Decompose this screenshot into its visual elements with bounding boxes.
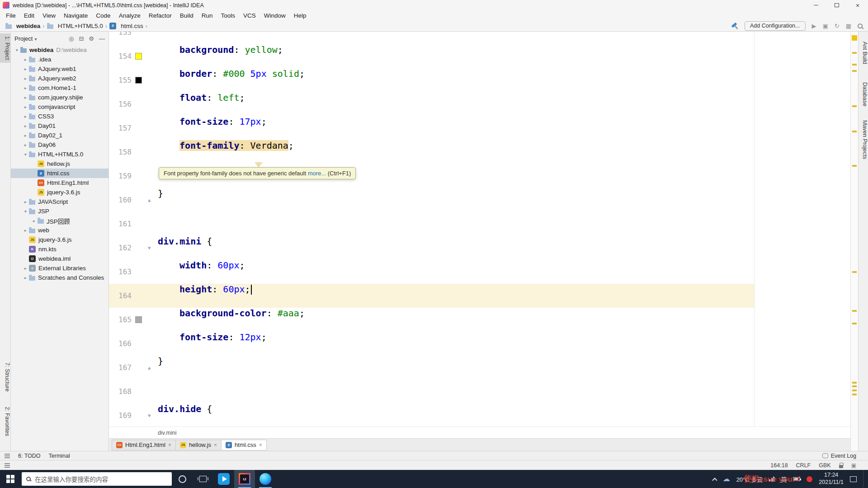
taskbar-search-input[interactable]: 在这里输入你要搜索的内容 [22,472,172,486]
toolwindow-button-1-project[interactable]: 1: Project [0,33,10,63]
chevron-right-icon[interactable]: ▸ [22,57,29,62]
inspections-indicator-icon[interactable] [852,35,857,41]
todo-toolwindow-button[interactable]: 6: TODO [18,453,41,459]
warning-stripe-mark[interactable] [852,64,857,66]
build-hammer-icon[interactable] [731,23,738,29]
editor-breadcrumb[interactable]: div.mini [158,430,176,436]
code-line-168[interactable]: 168 [109,380,850,404]
line-separator-widget[interactable]: CRLF [796,462,811,469]
line-number[interactable]: 159 [109,164,132,188]
close-button[interactable]: × [847,0,868,10]
chevron-right-icon[interactable]: ▸ [22,104,29,109]
maximize-button[interactable] [826,0,847,10]
tree-item-html-eng1-html[interactable]: <>Html.Eng1.html [11,178,108,188]
warning-stripe-mark[interactable] [852,271,857,273]
taskbar-clock[interactable]: 17:24 2021/11/1 [819,472,844,486]
menu-item-refactor[interactable]: Refactor [145,12,176,19]
code-line-160[interactable]: 160▴} [109,188,850,212]
line-number[interactable]: 167 [109,356,132,380]
warning-stripe-mark[interactable] [852,323,857,324]
tree-item-comjavascript[interactable]: ▸comjavascript [11,102,108,112]
code-line-162[interactable]: 162▾div.mini { [109,236,850,260]
tree-item-webidea-iml[interactable]: IJwebidea.iml [11,254,108,263]
line-number[interactable]: 168 [109,380,132,404]
tooltip-more-link[interactable]: more... [308,170,326,177]
restart-icon[interactable]: ↻ [835,23,840,29]
menu-item-build[interactable]: Build [176,12,198,19]
code-line-157[interactable]: 157font-size: 17px; [109,116,850,140]
line-number[interactable]: 161 [109,212,132,236]
tree-item-hellow-js[interactable]: JShellow.js [11,159,108,169]
chevron-down-icon[interactable]: ▾ [22,152,29,157]
code-line-163[interactable]: 163width: 60px; [109,260,850,284]
warning-stripe-mark[interactable] [852,385,857,387]
warning-stripe-mark[interactable] [852,52,857,54]
add-configuration-button[interactable]: Add Configuration... [745,21,806,31]
action-center-icon[interactable] [850,476,857,482]
tree-item-com-jquery-shijie[interactable]: ▸com.jquery.shijie [11,93,108,102]
chevron-right-icon[interactable]: ▸ [22,85,29,90]
edge-taskbar-button[interactable] [255,470,276,488]
menu-item-analyze[interactable]: Analyze [115,12,145,19]
tree-item-day06[interactable]: ▸Day06 [11,140,108,150]
breadcrumb-item-webidea[interactable]: webidea [5,23,40,29]
code-line-158[interactable]: 158font-family: Verdana; [109,140,850,164]
chevron-right-icon[interactable]: ▸ [22,275,29,280]
line-number[interactable]: 166 [109,332,132,356]
tree-item-jquery-3-6-js[interactable]: JSjquery-3.6.js [11,188,108,197]
network-icon[interactable] [769,477,774,482]
event-log-button[interactable]: Event Log [822,453,856,459]
weather-text[interactable]: 20°C 多云 [736,475,763,483]
line-number[interactable]: 155 [109,68,132,92]
menu-item-window[interactable]: Window [260,12,290,19]
hide-panel-icon[interactable]: — [99,35,105,42]
menu-item-file[interactable]: File [2,12,20,19]
line-number[interactable]: 169 [109,404,132,427]
code-line-161[interactable]: 161 [109,212,850,236]
chevron-right-icon[interactable]: ▸ [22,133,29,138]
tree-item-com-home1-1[interactable]: ▸com.Home1-1 [11,83,108,93]
chevron-right-icon[interactable]: ▸ [22,228,29,233]
warning-stripe-mark[interactable] [852,70,857,72]
menu-item-edit[interactable]: Edit [20,12,38,19]
warning-stripe-mark[interactable] [852,105,857,107]
chevron-right-icon[interactable]: ▸ [31,218,38,223]
menu-item-help[interactable]: Help [290,12,311,19]
tree-item-html-css[interactable]: #html.css [11,169,108,178]
layout-icon[interactable]: ▦ [846,23,851,29]
run-icon[interactable]: ▶ [812,23,816,29]
editor-tab-html-eng1-html[interactable]: <>Html.Eng1.html× [112,440,176,450]
pinned-app-button[interactable] [213,470,234,488]
chevron-right-icon[interactable]: ▸ [22,66,29,71]
minimize-button[interactable] [806,0,826,10]
tree-item-idea[interactable]: ▸.idea [11,55,108,64]
tree-item-web[interactable]: ▸web [11,225,108,235]
editor-tab-html-css[interactable]: #html.css× [221,440,267,450]
tree-item-css3[interactable]: ▸CSS3 [11,112,108,121]
fold-marker-icon[interactable]: ▴ [148,356,151,380]
menu-item-code[interactable]: Code [92,12,114,19]
code-line-164[interactable]: 164height: 60px; [109,284,850,308]
warning-stripe-mark[interactable] [852,310,857,312]
cortana-button[interactable] [172,470,193,488]
line-number[interactable]: 165 [109,308,132,332]
toolwindow-button-ant-build[interactable]: Ant Build [859,42,868,64]
menu-item-run[interactable]: Run [198,12,217,19]
intellij-taskbar-button[interactable] [234,470,255,488]
warning-stripe-mark[interactable] [852,394,857,395]
ime-indicator[interactable]: 英 [781,475,787,483]
settings-gear-icon[interactable]: ⚙ [89,35,94,42]
tree-item-html-html5-0[interactable]: ▾HTML+HTML5.0 [11,150,108,159]
coverage-icon[interactable]: ▣ [823,23,828,29]
chevron-right-icon[interactable]: ▸ [22,142,29,147]
code-line-156[interactable]: 156float: left; [109,92,850,116]
tree-item-ajquery-web1[interactable]: ▸AJquery.web1 [11,64,108,74]
menu-item-navigate[interactable]: Navigate [60,12,92,19]
line-number[interactable]: 153 [109,32,132,44]
tree-item-jquery-3-6-js[interactable]: JSjquery-3.6.js [11,235,108,244]
tree-item-nm-kts[interactable]: Knm.kts [11,244,108,254]
chevron-right-icon[interactable]: ▸ [22,199,29,204]
chevron-down-icon[interactable]: ▾ [22,209,29,214]
code-line-166[interactable]: 166font-size: 12px; [109,332,850,356]
fold-marker-icon[interactable]: ▾ [148,236,151,260]
